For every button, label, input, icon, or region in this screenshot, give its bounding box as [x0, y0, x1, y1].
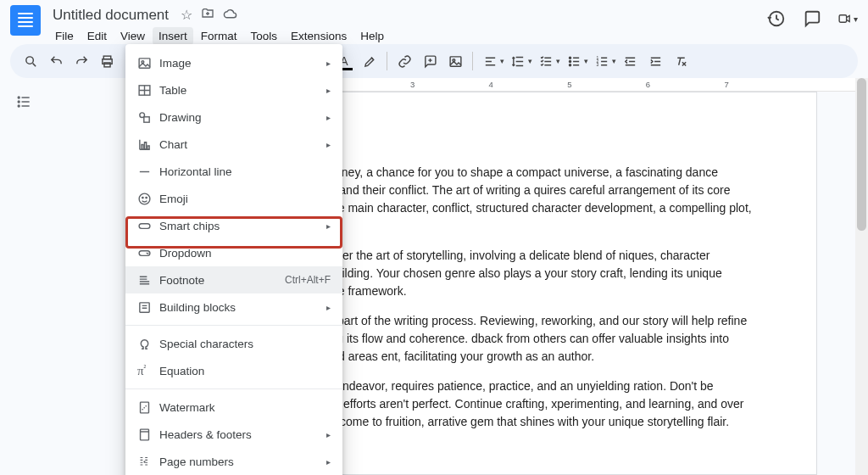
checklist-button[interactable] — [534, 49, 558, 73]
vertical-scrollbar[interactable] — [855, 78, 868, 475]
menu-format[interactable]: Format — [195, 27, 243, 45]
ruler-tick: 6 — [646, 80, 650, 89]
bulleted-list-button[interactable] — [562, 49, 586, 73]
svg-point-8 — [569, 57, 570, 59]
chevron-down-icon[interactable]: ▾ — [528, 57, 532, 65]
insert-menu-dropdown: Image▸Table▸Drawing▸Chart▸Horizontal lin… — [125, 44, 342, 475]
redo-icon[interactable] — [70, 49, 93, 73]
chevron-down-icon[interactable]: ▾ — [500, 57, 504, 65]
line-spacing-button[interactable] — [506, 49, 530, 73]
svg-rect-24 — [147, 145, 149, 148]
menu-item-label: Image — [159, 57, 326, 70]
svg-rect-17 — [139, 58, 150, 67]
headers-icon — [137, 428, 159, 442]
docs-logo[interactable] — [10, 5, 41, 36]
add-comment-icon[interactable] — [418, 49, 442, 73]
watermark-icon — [137, 400, 159, 415]
ruler-tick: 5 — [567, 80, 571, 89]
star-icon[interactable]: ☆ — [181, 7, 192, 25]
history-icon[interactable] — [766, 8, 787, 29]
comments-icon[interactable] — [802, 8, 822, 29]
svg-point-9 — [569, 60, 570, 62]
numbered-list-button[interactable]: 123 — [590, 49, 614, 73]
insert-link-icon[interactable] — [392, 49, 416, 73]
meet-icon[interactable]: ▾ — [837, 8, 858, 29]
undo-icon[interactable] — [44, 49, 68, 73]
submenu-arrow-icon: ▸ — [326, 59, 331, 68]
insert-menu-chart[interactable]: Chart▸ — [125, 131, 342, 158]
menu-file[interactable]: File — [49, 27, 80, 45]
menu-item-label: Smart chips — [159, 220, 326, 232]
svg-rect-22 — [142, 144, 143, 149]
insert-menu-footnote[interactable]: FootnoteCtrl+Alt+F — [125, 266, 342, 293]
insert-menu-hr[interactable]: Horizontal line — [125, 158, 342, 185]
svg-rect-6 — [450, 56, 461, 65]
pagenum-icon — [137, 455, 159, 469]
align-button[interactable] — [478, 49, 502, 73]
chevron-down-icon[interactable]: ▾ — [612, 57, 616, 65]
hr-icon — [137, 165, 159, 179]
dropdown-icon — [137, 246, 159, 260]
search-menus-icon[interactable] — [19, 49, 42, 73]
image-icon — [137, 56, 159, 70]
clear-formatting-button[interactable] — [669, 49, 693, 73]
highlight-color-button[interactable] — [358, 49, 381, 73]
submenu-arrow-icon: ▸ — [326, 457, 331, 467]
insert-menu-smartchips[interactable]: Smart chips▸ — [125, 212, 342, 239]
insert-menu-watermark[interactable]: Watermark — [125, 394, 342, 421]
move-icon[interactable] — [201, 7, 214, 25]
submenu-arrow-icon: ▸ — [326, 140, 331, 149]
svg-rect-32 — [141, 429, 149, 440]
chart-icon — [137, 137, 159, 152]
insert-menu-blocks[interactable]: Building blocks▸ — [125, 293, 342, 321]
submenu-arrow-icon: ▸ — [326, 221, 331, 231]
menu-tools[interactable]: Tools — [245, 27, 284, 45]
decrease-indent-button[interactable] — [618, 49, 642, 73]
insert-menu-special[interactable]: Special characters — [125, 330, 342, 357]
equation-icon: π² — [137, 364, 159, 378]
menu-insert[interactable]: Insert — [153, 27, 193, 45]
svg-point-16 — [18, 105, 19, 107]
submenu-arrow-icon: ▸ — [326, 303, 331, 312]
insert-menu-equation[interactable]: π²Equation — [125, 357, 342, 384]
menu-item-label: Chart — [159, 138, 326, 151]
insert-menu-headers[interactable]: Headers & footers▸ — [125, 421, 342, 448]
menu-item-label: Drawing — [159, 111, 326, 124]
menu-item-label: Special characters — [159, 338, 331, 350]
insert-menu-pagenum[interactable]: Page numbers▸ — [125, 448, 342, 475]
menu-item-label: Headers & footers — [159, 428, 326, 441]
menu-item-label: Page numbers — [159, 455, 326, 468]
menu-item-label: Emoji — [159, 193, 331, 205]
svg-rect-28 — [139, 223, 150, 228]
print-icon[interactable] — [95, 49, 119, 73]
cloud-status-icon[interactable] — [223, 7, 237, 25]
ruler-tick: 4 — [489, 80, 493, 89]
insert-menu-image[interactable]: Image▸ — [125, 49, 342, 76]
insert-menu-table[interactable]: Table▸ — [125, 76, 342, 103]
submenu-arrow-icon: ▸ — [326, 86, 331, 95]
table-icon — [137, 83, 159, 98]
menu-item-label: Equation — [159, 365, 331, 377]
outline-toggle-icon[interactable] — [15, 93, 32, 475]
menu-bar: File Edit View Insert Format Tools Exten… — [49, 27, 766, 45]
emoji-icon — [137, 192, 159, 206]
scrollbar-thumb[interactable] — [857, 78, 866, 231]
chevron-down-icon[interactable]: ▾ — [556, 57, 560, 65]
svg-point-14 — [18, 97, 19, 98]
insert-menu-emoji[interactable]: Emoji — [125, 185, 342, 212]
doc-title[interactable]: Untitled document — [49, 5, 172, 25]
chevron-down-icon[interactable]: ▾ — [584, 57, 588, 65]
insert-menu-dropdown[interactable]: Dropdown — [125, 239, 342, 266]
insert-image-icon[interactable] — [443, 49, 467, 73]
menu-view[interactable]: View — [114, 27, 151, 45]
menu-help[interactable]: Help — [354, 27, 390, 45]
svg-point-15 — [18, 101, 19, 103]
svg-rect-21 — [144, 116, 149, 121]
increase-indent-button[interactable] — [643, 49, 667, 73]
menu-extensions[interactable]: Extensions — [285, 27, 353, 45]
menu-edit[interactable]: Edit — [81, 27, 113, 45]
submenu-arrow-icon: ▸ — [326, 430, 331, 439]
insert-menu-drawing[interactable]: Drawing▸ — [125, 103, 342, 131]
menu-item-label: Table — [159, 84, 326, 97]
smartchips-icon — [137, 219, 159, 233]
